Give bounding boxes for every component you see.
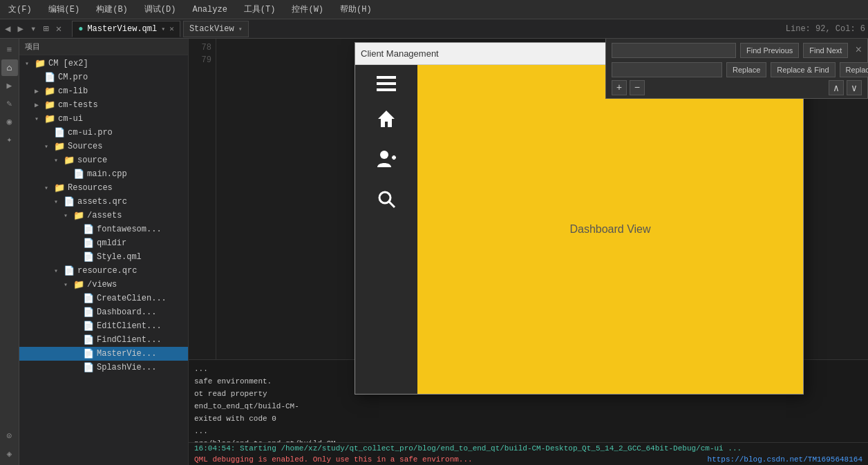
tree-item-views-folder[interactable]: ▾ 📁 /views	[19, 278, 188, 292]
tree-arrow: ▾	[54, 198, 64, 206]
url-link[interactable]: https://blog.csdn.net/TM1695648164	[708, 455, 862, 464]
toolbar-btn-5[interactable]: ◉	[1, 113, 18, 130]
replace-all-button[interactable]: Replace All	[840, 62, 868, 77]
find-minus-icon[interactable]: −	[630, 80, 645, 95]
nav-menu-icon[interactable]: ▾	[28, 21, 38, 36]
tree-item-resource-qrc[interactable]: ▾ 📄 resource.qrc	[19, 264, 188, 278]
tree-item-cm-ex2[interactable]: ▾ 📁 CM [ex2]	[19, 57, 188, 70]
find-up-icon[interactable]: ∧	[829, 80, 844, 95]
qrc-icon: 📄	[64, 265, 75, 276]
replace-button[interactable]: Replace	[726, 62, 766, 77]
tree-label: EditClient...	[97, 321, 162, 331]
nav-forward-icon[interactable]: ▶	[15, 21, 25, 36]
tree-item-master-view[interactable]: 📄 MasterVie...	[19, 347, 188, 361]
tree-item-find-client[interactable]: 📄 FindClient...	[19, 333, 188, 347]
menu-file[interactable]: 文(F)	[6, 2, 35, 17]
folder-icon: 📁	[44, 113, 55, 124]
find-previous-button[interactable]: Find Previous	[740, 43, 799, 58]
status-line-1: 16:04:54: Starting /home/xz/study/qt_col…	[189, 442, 868, 454]
tree-label: Dashboard...	[97, 307, 156, 317]
output-line-4: end_to_end_qt/build-CM-	[194, 400, 862, 412]
tab-dropdown-icon[interactable]: ▾	[161, 25, 165, 33]
tree-item-assets-folder[interactable]: ▾ 📁 /assets	[19, 209, 188, 222]
tree-item-main-cpp[interactable]: 📄 main.cpp	[19, 167, 188, 181]
folder-icon: 📁	[44, 86, 55, 97]
find-close-icon[interactable]: ×	[855, 45, 862, 56]
toolbar-btn-3[interactable]: ▶	[1, 77, 18, 94]
tree-item-cm-lib[interactable]: ▶ 📁 cm-lib	[19, 84, 188, 98]
toolbar-btn-8[interactable]: ◈	[1, 446, 18, 462]
line-numbers: 78 79	[189, 39, 216, 359]
menu-tools[interactable]: 工具(T)	[241, 2, 279, 17]
svg-line-8	[389, 202, 395, 207]
app-hamburger-icon[interactable]	[366, 73, 407, 98]
tab-masterview[interactable]: ● MasterView.qml ▾ ✕	[72, 21, 180, 37]
menu-controls[interactable]: 控件(W)	[289, 2, 326, 17]
tree-label: SplashVie...	[97, 363, 156, 372]
toolbar-btn-4[interactable]: ✎	[1, 95, 18, 112]
app-home-icon[interactable]	[366, 104, 407, 138]
folder-icon: 📁	[35, 58, 46, 69]
tree-item-assets-qrc[interactable]: ▾ 📄 assets.qrc	[19, 195, 188, 209]
tree-item-cm-ui[interactable]: ▾ 📁 cm-ui	[19, 112, 188, 126]
tree-label: CreateClien...	[97, 294, 167, 303]
split-icon[interactable]: ⊞	[41, 21, 50, 36]
replace-find-button[interactable]: Replace & Find	[771, 62, 835, 77]
line-number-78: 78	[189, 41, 211, 54]
pro-icon: 📄	[54, 127, 65, 138]
find-down-icon[interactable]: ∨	[847, 80, 862, 95]
tab-dropdown-icon2[interactable]: ▾	[238, 25, 243, 33]
find-next-button[interactable]: Find Next	[803, 43, 848, 58]
folder-icon: 📁	[54, 182, 65, 193]
close-editor-icon[interactable]: ✕	[54, 21, 64, 36]
tree-label: cm-ui.pro	[68, 128, 113, 137]
tree-arrow: ▾	[54, 156, 64, 164]
window-content: Dashboard View	[355, 65, 803, 394]
find-input[interactable]	[612, 43, 736, 58]
menu-debug[interactable]: 调试(D)	[142, 2, 179, 17]
tree-label: assets.qrc	[77, 197, 127, 207]
tab-stackview[interactable]: StackView ▾	[183, 21, 249, 37]
toolbar-btn-6[interactable]: ✦	[1, 131, 18, 148]
tree-item-splash-view[interactable]: 📄 SplashVie...	[19, 361, 188, 374]
tab-close-icon[interactable]: ✕	[169, 24, 174, 33]
qml-icon: 📄	[83, 321, 94, 332]
tree-label: Resources	[68, 183, 113, 193]
tree-item-sources[interactable]: ▾ 📁 Sources	[19, 140, 188, 153]
tree-item-dashboard[interactable]: 📄 Dashboard...	[19, 305, 188, 319]
output-line-5: exited with code 0	[194, 412, 862, 425]
tree-item-qmldir[interactable]: 📄 qmldir	[19, 236, 188, 250]
pro-icon: 📄	[44, 72, 55, 83]
qml-icon: 📄	[83, 334, 94, 345]
tree-item-style-qml[interactable]: 📄 Style.qml	[19, 250, 188, 264]
find-row: Find Previous Find Next ×	[612, 41, 862, 59]
output-line-6: ...	[194, 425, 862, 437]
toolbar-btn-1[interactable]: ≡	[1, 41, 18, 58]
menu-analyze[interactable]: Analyze	[189, 3, 229, 16]
replace-input[interactable]	[612, 62, 722, 77]
tree-item-source[interactable]: ▾ 📁 source	[19, 153, 188, 167]
tree-label: CM.pro	[58, 73, 88, 82]
toolbar-btn-7[interactable]: ⊙	[1, 428, 18, 444]
tree-item-cm-tests[interactable]: ▶ 📁 cm-tests	[19, 98, 188, 112]
nav-back-icon[interactable]: ◀	[3, 21, 12, 36]
find-bar: Find Previous Find Next × Replace Replac…	[605, 39, 868, 99]
tree-item-create-client[interactable]: 📄 CreateClien...	[19, 292, 188, 305]
line-number-79: 79	[189, 54, 211, 66]
tree-item-cm-pro[interactable]: 📄 CM.pro	[19, 70, 188, 84]
tree-label: Sources	[68, 142, 102, 151]
tree-item-edit-client[interactable]: 📄 EditClient...	[19, 319, 188, 333]
svg-point-7	[379, 192, 390, 203]
tree-item-cm-ui-pro[interactable]: 📄 cm-ui.pro	[19, 126, 188, 140]
find-replace-row: Replace Replace & Find Replace All Advan…	[612, 61, 862, 79]
menu-help[interactable]: 帮助(H)	[337, 2, 375, 17]
toolbar-btn-2[interactable]: ⌂	[1, 59, 18, 76]
tree-item-resources[interactable]: ▾ 📁 Resources	[19, 181, 188, 195]
app-search-icon[interactable]	[366, 184, 407, 218]
menu-edit[interactable]: 编辑(E)	[46, 2, 83, 17]
menu-build[interactable]: 构建(B)	[93, 2, 131, 17]
find-plus-icon[interactable]: +	[612, 80, 627, 95]
tree-label: qmldir	[97, 238, 126, 248]
tree-item-fontawesome[interactable]: 📄 fontawesom...	[19, 222, 188, 236]
app-add-person-icon[interactable]	[366, 144, 407, 178]
